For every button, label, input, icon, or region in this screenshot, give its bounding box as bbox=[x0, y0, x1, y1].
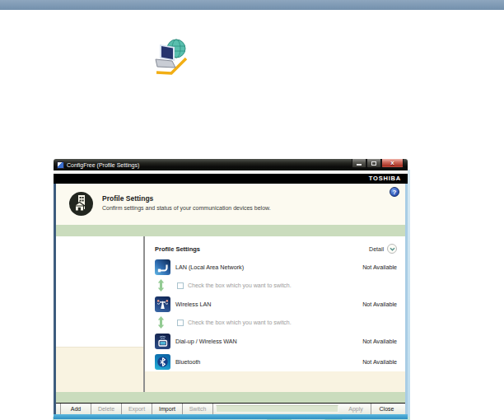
bottom-toolbar: Add Delete Export Import Switch Apply Cl… bbox=[56, 403, 405, 414]
device-status: Not Available bbox=[362, 358, 397, 366]
toshiba-logo: TOSHIBA bbox=[369, 175, 401, 182]
close-button[interactable]: x bbox=[381, 159, 404, 168]
device-name: Bluetooth bbox=[175, 358, 200, 366]
switch-checkbox-row: Check the box which you want to switch. bbox=[155, 277, 397, 294]
dialup-wireless-wan-icon bbox=[155, 334, 170, 349]
window-titlebar[interactable]: ConfigFree (Profile Settings) x bbox=[54, 159, 408, 170]
page-subtitle: Confirm settings and status of your comm… bbox=[102, 205, 271, 211]
switch-button[interactable]: Switch bbox=[183, 404, 213, 414]
switch-arrow-icon bbox=[157, 279, 165, 292]
switch-checkbox-label: Check the box which you want to switch. bbox=[188, 282, 292, 288]
switch-arrow-icon bbox=[157, 316, 165, 329]
maximize-icon bbox=[371, 161, 376, 166]
switch-checkbox-row: Check the box which you want to switch. bbox=[155, 314, 397, 331]
switch-checkbox[interactable] bbox=[177, 320, 184, 326]
profile-list-panel bbox=[56, 236, 143, 392]
export-button[interactable]: Export bbox=[122, 404, 152, 414]
window-title: ConfigFree (Profile Settings) bbox=[67, 161, 139, 169]
green-band-bottom bbox=[56, 392, 405, 403]
add-button[interactable]: Add bbox=[61, 404, 91, 414]
lan-icon bbox=[155, 259, 170, 275]
minimize-button[interactable] bbox=[352, 159, 366, 168]
configfree-window: ConfigFree (Profile Settings) x TOSHIBA bbox=[54, 159, 408, 419]
dialog-header: Profile Settings Confirm settings and st… bbox=[56, 184, 405, 225]
apply-button[interactable]: Apply bbox=[341, 404, 371, 414]
device-row-bluetooth: Bluetooth Not Available bbox=[155, 351, 397, 372]
configfree-icon bbox=[153, 36, 189, 76]
help-button[interactable]: ? bbox=[390, 187, 399, 197]
switch-checkbox-label: Check the box which you want to switch. bbox=[188, 320, 292, 325]
toolbar-track bbox=[216, 405, 338, 413]
configfree-app-icon bbox=[57, 161, 64, 169]
profile-list-empty bbox=[56, 236, 143, 347]
panel-title: Profile Settings bbox=[155, 245, 200, 253]
minimize-icon bbox=[357, 164, 362, 166]
device-row-dialup: Dial-up / Wireless WAN Not Available bbox=[155, 331, 397, 351]
maximize-button[interactable] bbox=[366, 159, 381, 168]
import-button[interactable]: Import bbox=[152, 404, 183, 414]
device-row-lan: LAN (Local Area Network) Not Available bbox=[155, 257, 397, 277]
switch-checkbox[interactable] bbox=[177, 282, 184, 289]
device-name: LAN (Local Area Network) bbox=[175, 264, 244, 271]
detail-label: Detail bbox=[369, 246, 384, 252]
page-title: Profile Settings bbox=[102, 194, 271, 203]
device-row-wireless-lan: Wireless LAN Not Available bbox=[155, 294, 397, 314]
chevron-down-icon bbox=[389, 245, 396, 253]
window-bottom-border bbox=[54, 414, 408, 419]
content-area: Profile Settings Detail bbox=[56, 236, 405, 392]
bluetooth-icon bbox=[155, 354, 170, 370]
green-band bbox=[56, 225, 405, 236]
device-status: Not Available bbox=[362, 338, 397, 345]
toshiba-brand-bar: TOSHIBA bbox=[54, 174, 408, 184]
device-status: Not Available bbox=[362, 264, 397, 271]
help-icon: ? bbox=[393, 189, 397, 196]
device-name: Dial-up / Wireless WAN bbox=[175, 338, 237, 345]
device-name: Wireless LAN bbox=[175, 301, 212, 308]
device-status: Not Available bbox=[362, 301, 397, 308]
detail-expand-button[interactable] bbox=[387, 244, 397, 254]
wireless-lan-icon bbox=[155, 296, 170, 312]
profile-settings-icon bbox=[68, 190, 95, 221]
delete-button[interactable]: Delete bbox=[91, 404, 122, 414]
page-top-bar bbox=[0, 0, 504, 10]
documentation-page: ConfigFree (Profile Settings) x TOSHIBA bbox=[0, 0, 504, 420]
close-dialog-button[interactable]: Close bbox=[371, 404, 402, 414]
device-status-panel: Profile Settings Detail bbox=[145, 236, 405, 392]
close-icon: x bbox=[390, 159, 394, 167]
